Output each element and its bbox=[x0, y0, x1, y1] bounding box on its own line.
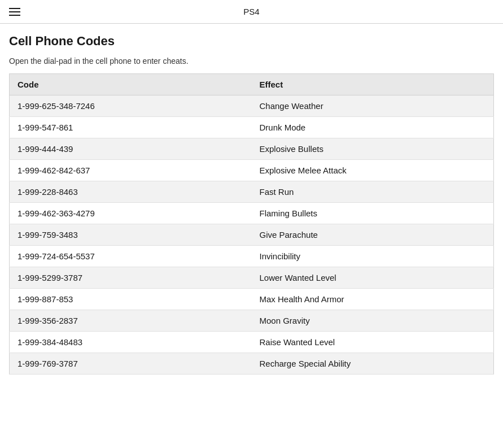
cell-effect: Change Weather bbox=[252, 95, 494, 117]
table-row: 1-999-228-8463Fast Run bbox=[10, 181, 494, 203]
cell-code: 1-999-444-439 bbox=[10, 138, 252, 160]
cell-effect: Drunk Mode bbox=[252, 117, 494, 138]
cell-effect: Give Parachute bbox=[252, 224, 494, 246]
cell-code: 1-999-462-363-4279 bbox=[10, 203, 252, 224]
table-row: 1-999-462-842-637Explosive Melee Attack bbox=[10, 160, 494, 181]
cell-effect: Moon Gravity bbox=[252, 310, 494, 332]
table-row: 1-999-356-2837Moon Gravity bbox=[10, 310, 494, 332]
table-row: 1-999-625-348-7246Change Weather bbox=[10, 95, 494, 117]
cell-code: 1-999-356-2837 bbox=[10, 310, 252, 332]
cell-code: 1-999-887-853 bbox=[10, 289, 252, 310]
cell-effect: Max Health And Armor bbox=[252, 289, 494, 310]
cell-code: 1-999-625-348-7246 bbox=[10, 95, 252, 117]
table-row: 1-999-547-861Drunk Mode bbox=[10, 117, 494, 138]
table-row: 1-999-384-48483Raise Wanted Level bbox=[10, 332, 494, 353]
table-row: 1-999-462-363-4279Flaming Bullets bbox=[10, 203, 494, 224]
cell-code: 1-999-462-842-637 bbox=[10, 160, 252, 181]
table-row: 1-999-759-3483Give Parachute bbox=[10, 224, 494, 246]
cell-code: 1-999-547-861 bbox=[10, 117, 252, 138]
cell-code: 1-999-384-48483 bbox=[10, 332, 252, 353]
table-row: 1-999-5299-3787Lower Wanted Level bbox=[10, 267, 494, 289]
main-content: Cell Phone Codes Open the dial-pad in th… bbox=[0, 24, 503, 384]
hamburger-icon[interactable] bbox=[9, 8, 20, 16]
cell-code: 1-999-228-8463 bbox=[10, 181, 252, 203]
column-header-effect: Effect bbox=[252, 74, 494, 95]
table-row: 1-999-887-853Max Health And Armor bbox=[10, 289, 494, 310]
cell-effect: Raise Wanted Level bbox=[252, 332, 494, 353]
page-description: Open the dial-pad in the cell phone to e… bbox=[9, 56, 494, 66]
table-row: 1-999-724-654-5537Invincibility bbox=[10, 246, 494, 267]
cell-effect: Invincibility bbox=[252, 246, 494, 267]
column-header-code: Code bbox=[10, 74, 252, 95]
cell-code: 1-999-5299-3787 bbox=[10, 267, 252, 289]
cell-effect: Flaming Bullets bbox=[252, 203, 494, 224]
cell-effect: Fast Run bbox=[252, 181, 494, 203]
cell-effect: Lower Wanted Level bbox=[252, 267, 494, 289]
nav-title: PS4 bbox=[243, 7, 259, 16]
codes-table: Code Effect 1-999-625-348-7246Change Wea… bbox=[9, 73, 494, 375]
table-row: 1-999-769-3787Recharge Special Ability bbox=[10, 353, 494, 375]
table-row: 1-999-444-439Explosive Bullets bbox=[10, 138, 494, 160]
table-header-row: Code Effect bbox=[10, 74, 494, 95]
cell-code: 1-999-759-3483 bbox=[10, 224, 252, 246]
cell-effect: Recharge Special Ability bbox=[252, 353, 494, 375]
cell-effect: Explosive Melee Attack bbox=[252, 160, 494, 181]
cell-code: 1-999-724-654-5537 bbox=[10, 246, 252, 267]
cell-code: 1-999-769-3787 bbox=[10, 353, 252, 375]
top-nav: PS4 bbox=[0, 0, 503, 24]
page-title: Cell Phone Codes bbox=[9, 34, 494, 49]
cell-effect: Explosive Bullets bbox=[252, 138, 494, 160]
